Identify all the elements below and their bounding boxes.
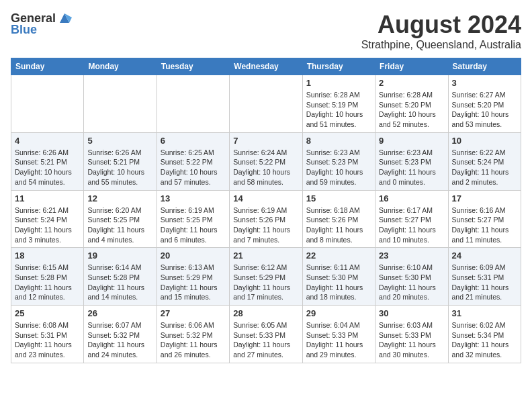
calendar-cell: 13Sunrise: 6:19 AMSunset: 5:25 PMDayligh… (157, 190, 229, 248)
title-block: August 2024 Strathpine, Queensland, Aust… (361, 11, 521, 51)
calendar-cell: 20Sunrise: 6:13 AMSunset: 5:29 PMDayligh… (157, 248, 229, 306)
day-info: Sunrise: 6:26 AMSunset: 5:21 PMDaylight:… (87, 148, 152, 187)
weekday-header-saturday: Saturday (448, 58, 521, 75)
calendar-cell: 7Sunrise: 6:24 AMSunset: 5:22 PMDaylight… (230, 132, 302, 190)
day-info: Sunrise: 6:05 AMSunset: 5:33 PMDaylight:… (233, 320, 298, 360)
day-number: 29 (306, 308, 371, 318)
week-row-1: 1Sunrise: 6:28 AMSunset: 5:19 PMDaylight… (11, 75, 521, 133)
day-number: 16 (379, 193, 444, 203)
day-info: Sunrise: 6:27 AMSunset: 5:20 PMDaylight:… (452, 90, 517, 130)
day-info: Sunrise: 6:16 AMSunset: 5:27 PMDaylight:… (452, 205, 517, 245)
day-info: Sunrise: 6:26 AMSunset: 5:21 PMDaylight:… (15, 148, 80, 187)
calendar-cell: 9Sunrise: 6:23 AMSunset: 5:23 PMDaylight… (375, 132, 448, 190)
calendar-cell: 17Sunrise: 6:16 AMSunset: 5:27 PMDayligh… (448, 190, 521, 248)
day-number: 20 (161, 250, 226, 261)
day-number: 8 (306, 136, 371, 146)
day-info: Sunrise: 6:08 AMSunset: 5:31 PMDaylight:… (15, 320, 80, 360)
day-number: 4 (15, 136, 80, 146)
day-number: 26 (87, 308, 152, 318)
week-row-2: 4Sunrise: 6:26 AMSunset: 5:21 PMDaylight… (11, 132, 521, 190)
logo: General Blue (11, 11, 72, 37)
day-number: 11 (15, 193, 80, 203)
calendar-cell: 16Sunrise: 6:17 AMSunset: 5:27 PMDayligh… (375, 190, 448, 248)
day-number: 12 (87, 193, 152, 203)
calendar-cell: 15Sunrise: 6:18 AMSunset: 5:26 PMDayligh… (302, 190, 375, 248)
weekday-header-thursday: Thursday (302, 58, 375, 75)
day-info: Sunrise: 6:12 AMSunset: 5:29 PMDaylight:… (233, 263, 298, 302)
day-number: 24 (452, 250, 517, 261)
calendar-cell: 21Sunrise: 6:12 AMSunset: 5:29 PMDayligh… (230, 248, 302, 306)
day-number: 30 (379, 308, 444, 318)
day-info: Sunrise: 6:06 AMSunset: 5:32 PMDaylight:… (161, 320, 226, 360)
day-info: Sunrise: 6:07 AMSunset: 5:32 PMDaylight:… (87, 320, 152, 360)
calendar-cell: 14Sunrise: 6:19 AMSunset: 5:26 PMDayligh… (230, 190, 302, 248)
calendar-cell: 24Sunrise: 6:09 AMSunset: 5:31 PMDayligh… (448, 248, 521, 306)
day-number: 22 (306, 250, 371, 261)
calendar-cell (157, 75, 229, 133)
calendar-cell (11, 75, 84, 133)
day-number: 5 (87, 136, 152, 146)
day-info: Sunrise: 6:22 AMSunset: 5:24 PMDaylight:… (452, 148, 517, 187)
day-number: 9 (379, 136, 444, 146)
calendar-cell: 29Sunrise: 6:04 AMSunset: 5:33 PMDayligh… (302, 306, 375, 363)
weekday-header-wednesday: Wednesday (230, 58, 302, 75)
calendar-cell: 22Sunrise: 6:11 AMSunset: 5:30 PMDayligh… (302, 248, 375, 306)
calendar-cell: 27Sunrise: 6:06 AMSunset: 5:32 PMDayligh… (157, 306, 229, 363)
calendar-cell: 31Sunrise: 6:02 AMSunset: 5:34 PMDayligh… (448, 306, 521, 363)
week-row-4: 18Sunrise: 6:15 AMSunset: 5:28 PMDayligh… (11, 248, 521, 306)
day-info: Sunrise: 6:23 AMSunset: 5:23 PMDaylight:… (379, 148, 444, 187)
calendar-cell: 30Sunrise: 6:03 AMSunset: 5:33 PMDayligh… (375, 306, 448, 363)
day-number: 13 (161, 193, 226, 203)
day-info: Sunrise: 6:11 AMSunset: 5:30 PMDaylight:… (306, 263, 371, 302)
day-info: Sunrise: 6:10 AMSunset: 5:30 PMDaylight:… (379, 263, 444, 302)
week-row-5: 25Sunrise: 6:08 AMSunset: 5:31 PMDayligh… (11, 306, 521, 363)
day-number: 23 (379, 250, 444, 261)
day-info: Sunrise: 6:18 AMSunset: 5:26 PMDaylight:… (306, 205, 371, 245)
logo-icon (57, 11, 72, 26)
day-info: Sunrise: 6:23 AMSunset: 5:23 PMDaylight:… (306, 148, 371, 187)
day-info: Sunrise: 6:28 AMSunset: 5:19 PMDaylight:… (306, 90, 371, 130)
calendar-cell: 26Sunrise: 6:07 AMSunset: 5:32 PMDayligh… (84, 306, 157, 363)
day-info: Sunrise: 6:03 AMSunset: 5:33 PMDaylight:… (379, 320, 444, 360)
day-number: 17 (452, 193, 517, 203)
calendar-cell: 23Sunrise: 6:10 AMSunset: 5:30 PMDayligh… (375, 248, 448, 306)
calendar-cell: 25Sunrise: 6:08 AMSunset: 5:31 PMDayligh… (11, 306, 84, 363)
calendar-cell: 11Sunrise: 6:21 AMSunset: 5:24 PMDayligh… (11, 190, 84, 248)
calendar-cell: 4Sunrise: 6:26 AMSunset: 5:21 PMDaylight… (11, 132, 84, 190)
calendar-cell: 28Sunrise: 6:05 AMSunset: 5:33 PMDayligh… (230, 306, 302, 363)
week-row-3: 11Sunrise: 6:21 AMSunset: 5:24 PMDayligh… (11, 190, 521, 248)
day-info: Sunrise: 6:19 AMSunset: 5:26 PMDaylight:… (233, 205, 298, 245)
day-number: 18 (15, 250, 80, 261)
day-info: Sunrise: 6:02 AMSunset: 5:34 PMDaylight:… (452, 320, 517, 360)
weekday-header-sunday: Sunday (11, 58, 84, 75)
calendar-cell: 5Sunrise: 6:26 AMSunset: 5:21 PMDaylight… (84, 132, 157, 190)
calendar-table: SundayMondayTuesdayWednesdayThursdayFrid… (11, 58, 521, 363)
calendar-cell: 10Sunrise: 6:22 AMSunset: 5:24 PMDayligh… (448, 132, 521, 190)
day-number: 14 (233, 193, 298, 203)
day-number: 7 (233, 136, 298, 146)
day-info: Sunrise: 6:20 AMSunset: 5:25 PMDaylight:… (87, 205, 152, 245)
day-number: 21 (233, 250, 298, 261)
day-info: Sunrise: 6:15 AMSunset: 5:28 PMDaylight:… (15, 263, 80, 302)
day-number: 15 (306, 193, 371, 203)
day-number: 3 (452, 78, 517, 88)
calendar-cell (84, 75, 157, 133)
day-info: Sunrise: 6:17 AMSunset: 5:27 PMDaylight:… (379, 205, 444, 245)
day-number: 1 (306, 78, 371, 88)
day-info: Sunrise: 6:24 AMSunset: 5:22 PMDaylight:… (233, 148, 298, 187)
day-info: Sunrise: 6:13 AMSunset: 5:29 PMDaylight:… (161, 263, 226, 302)
day-info: Sunrise: 6:25 AMSunset: 5:22 PMDaylight:… (161, 148, 226, 187)
calendar-cell: 18Sunrise: 6:15 AMSunset: 5:28 PMDayligh… (11, 248, 84, 306)
day-info: Sunrise: 6:14 AMSunset: 5:28 PMDaylight:… (87, 263, 152, 302)
day-number: 2 (379, 78, 444, 88)
calendar-cell: 6Sunrise: 6:25 AMSunset: 5:22 PMDaylight… (157, 132, 229, 190)
day-number: 10 (452, 136, 517, 146)
day-number: 19 (87, 250, 152, 261)
weekday-header-monday: Monday (84, 58, 157, 75)
day-number: 6 (161, 136, 226, 146)
day-number: 27 (161, 308, 226, 318)
calendar-cell: 12Sunrise: 6:20 AMSunset: 5:25 PMDayligh… (84, 190, 157, 248)
day-info: Sunrise: 6:21 AMSunset: 5:24 PMDaylight:… (15, 205, 80, 245)
calendar-cell: 2Sunrise: 6:28 AMSunset: 5:20 PMDaylight… (375, 75, 448, 133)
day-number: 25 (15, 308, 80, 318)
